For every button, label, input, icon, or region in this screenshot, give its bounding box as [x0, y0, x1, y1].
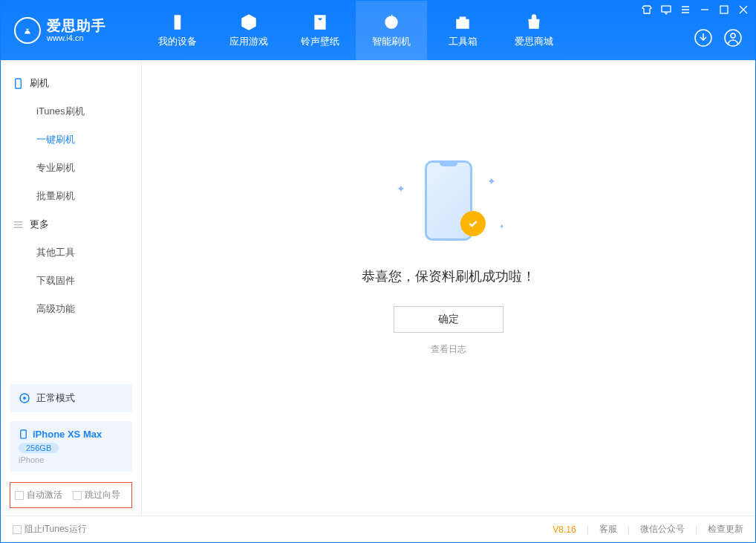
- tab-device[interactable]: 我的设备: [142, 1, 213, 60]
- sidebar-item-advanced[interactable]: 高级功能: [1, 295, 141, 323]
- device-capacity: 256GB: [19, 443, 59, 453]
- logo-icon: [14, 17, 41, 44]
- footer: 阻止iTunes运行 V8.16 | 客服 | 微信公众号 | 检查更新: [1, 516, 755, 542]
- list-icon: [13, 219, 24, 230]
- titlebar: 爱思助手 www.i4.cn 我的设备 应用游戏 铃声壁纸 智能刷机 工具箱 爱…: [1, 1, 755, 60]
- sidebar-item-firmware[interactable]: 下载固件: [1, 267, 141, 295]
- checkbox-block-itunes[interactable]: 阻止iTunes运行: [13, 523, 87, 536]
- menu-icon[interactable]: [680, 4, 691, 15]
- user-icon[interactable]: [723, 28, 743, 48]
- support-link[interactable]: 客服: [599, 523, 617, 536]
- mode-icon: [19, 392, 30, 404]
- update-link[interactable]: 检查更新: [708, 523, 743, 536]
- tab-store-label: 爱思商城: [515, 35, 553, 48]
- skin-icon[interactable]: [642, 4, 652, 15]
- checkbox-box: [73, 491, 82, 500]
- check-badge-icon: [460, 211, 486, 236]
- tab-apps-label: 应用游戏: [229, 35, 268, 48]
- checkbox-auto-activate[interactable]: 自动激活: [15, 489, 62, 501]
- checkbox-label: 阻止iTunes运行: [25, 523, 87, 536]
- feedback-icon[interactable]: [661, 4, 671, 15]
- header-right-icons: [694, 28, 743, 48]
- mode-label: 正常模式: [36, 391, 75, 405]
- tab-apps[interactable]: 应用游戏: [213, 1, 284, 60]
- view-log-link[interactable]: 查看日志: [431, 343, 466, 356]
- footer-right: V8.16 | 客服 | 微信公众号 | 检查更新: [553, 523, 743, 536]
- svg-point-8: [23, 397, 26, 400]
- success-illustration: ✦ ✦ ✦: [397, 160, 501, 250]
- logo-area: 爱思助手 www.i4.cn: [1, 17, 142, 44]
- sidebar: 刷机 iTunes刷机 一键刷机 专业刷机 批量刷机 更多 其他工具 下载固件 …: [1, 60, 142, 516]
- options-row: 自动激活 跳过向导: [10, 482, 132, 508]
- phone-icon: [13, 78, 24, 89]
- svg-rect-1: [662, 6, 671, 12]
- tab-toolbox[interactable]: 工具箱: [427, 1, 498, 60]
- tab-ringtones-label: 铃声壁纸: [301, 35, 339, 48]
- version-label: V8.16: [553, 524, 576, 535]
- tab-flash-label: 智能刷机: [372, 35, 411, 48]
- main-tabs: 我的设备 应用游戏 铃声壁纸 智能刷机 工具箱 爱思商城: [142, 1, 570, 60]
- tab-toolbox-label: 工具箱: [449, 35, 478, 48]
- tab-flash[interactable]: 智能刷机: [356, 1, 427, 60]
- success-message: 恭喜您，保资料刷机成功啦！: [362, 267, 535, 285]
- device-name: iPhone XS Max: [19, 429, 123, 440]
- tab-ringtones[interactable]: 铃声壁纸: [284, 1, 356, 60]
- checkbox-box: [15, 491, 24, 500]
- svg-rect-2: [720, 6, 728, 13]
- download-icon[interactable]: [694, 28, 713, 48]
- device-box[interactable]: iPhone XS Max 256GB iPhone: [10, 421, 132, 472]
- svg-rect-0: [175, 15, 181, 30]
- sparkle-icon: ✦: [397, 183, 405, 195]
- checkbox-label: 自动激活: [27, 489, 62, 501]
- checkbox-label: 跳过向导: [85, 489, 120, 501]
- logo-title: 爱思助手: [47, 19, 106, 34]
- device-type: iPhone: [19, 455, 123, 464]
- maximize-icon[interactable]: [719, 4, 729, 15]
- sidebar-section-more: 更多: [1, 210, 141, 238]
- svg-point-5: [731, 33, 735, 38]
- window-controls: [642, 4, 749, 15]
- sparkle-icon: ✦: [487, 175, 496, 187]
- mode-box[interactable]: 正常模式: [10, 384, 132, 412]
- svg-rect-6: [16, 78, 22, 88]
- logo-subtitle: www.i4.cn: [47, 33, 106, 42]
- minimize-icon[interactable]: [700, 4, 710, 15]
- sidebar-section-flash: 刷机: [1, 69, 141, 97]
- sidebar-item-batch[interactable]: 批量刷机: [1, 182, 141, 210]
- sidebar-item-itunes[interactable]: iTunes刷机: [1, 97, 141, 126]
- sidebar-item-other[interactable]: 其他工具: [1, 238, 141, 267]
- close-icon[interactable]: [738, 4, 749, 15]
- sidebar-item-pro[interactable]: 专业刷机: [1, 154, 141, 182]
- wechat-link[interactable]: 微信公众号: [640, 523, 685, 536]
- tab-store[interactable]: 爱思商城: [498, 1, 570, 60]
- content-area: ✦ ✦ ✦ 恭喜您，保资料刷机成功啦！ 确定 查看日志: [142, 60, 755, 516]
- tab-device-label: 我的设备: [158, 35, 197, 48]
- checkbox-skip-guide[interactable]: 跳过向导: [73, 489, 120, 501]
- sidebar-item-oneclick[interactable]: 一键刷机: [1, 126, 141, 154]
- device-icon: [19, 429, 28, 439]
- svg-rect-9: [21, 430, 26, 438]
- checkbox-box: [13, 525, 22, 534]
- sparkle-icon: ✦: [499, 223, 505, 230]
- ok-button[interactable]: 确定: [394, 306, 504, 333]
